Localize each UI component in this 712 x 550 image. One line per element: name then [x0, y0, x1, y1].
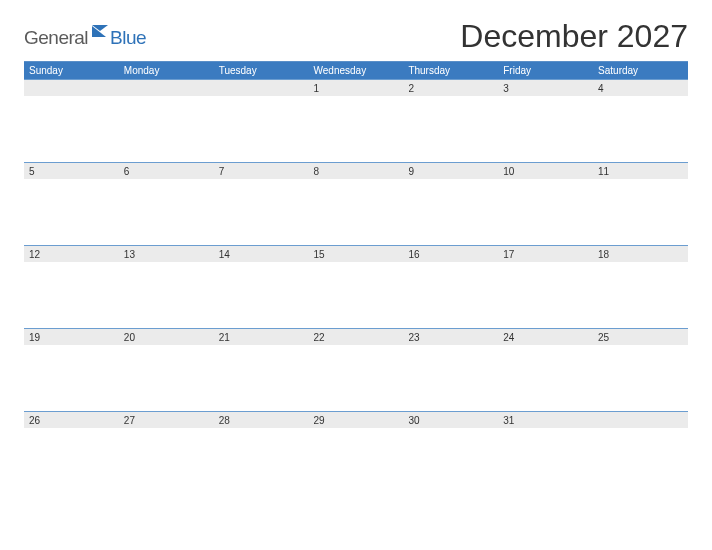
- calendar-cell: 27: [119, 412, 214, 495]
- calendar-cell: 10: [498, 163, 593, 246]
- logo-text-blue: Blue: [110, 27, 146, 49]
- calendar-cell: 3: [498, 80, 593, 163]
- calendar-cell: 20: [119, 329, 214, 412]
- calendar-body: 1 2 3 4 5 6 7 8 9 10 11 12 13 14 15 16 1…: [24, 80, 688, 495]
- calendar-cell: 30: [403, 412, 498, 495]
- calendar-cell: 4: [593, 80, 688, 163]
- day-header: Friday: [498, 62, 593, 80]
- logo: General Blue: [24, 27, 146, 55]
- day-header: Saturday: [593, 62, 688, 80]
- calendar-cell: 15: [309, 246, 404, 329]
- calendar-cell: 17: [498, 246, 593, 329]
- calendar-cell: 29: [309, 412, 404, 495]
- calendar-cell: 6: [119, 163, 214, 246]
- calendar-cell: 14: [214, 246, 309, 329]
- calendar-cell: 31: [498, 412, 593, 495]
- calendar-table: Sunday Monday Tuesday Wednesday Thursday…: [24, 61, 688, 494]
- day-header: Sunday: [24, 62, 119, 80]
- calendar-cell: 28: [214, 412, 309, 495]
- calendar-cell: 18: [593, 246, 688, 329]
- calendar-header-row: Sunday Monday Tuesday Wednesday Thursday…: [24, 62, 688, 80]
- calendar-cell: 21: [214, 329, 309, 412]
- calendar-cell: 9: [403, 163, 498, 246]
- calendar-cell: 19: [24, 329, 119, 412]
- day-header: Tuesday: [214, 62, 309, 80]
- calendar-cell: 23: [403, 329, 498, 412]
- day-header: Thursday: [403, 62, 498, 80]
- calendar-week-row: 12 13 14 15 16 17 18: [24, 246, 688, 329]
- header: General Blue December 2027: [24, 18, 688, 55]
- calendar-week-row: 1 2 3 4: [24, 80, 688, 163]
- calendar-cell: 11: [593, 163, 688, 246]
- calendar-cell: 7: [214, 163, 309, 246]
- calendar-cell: 24: [498, 329, 593, 412]
- calendar-week-row: 19 20 21 22 23 24 25: [24, 329, 688, 412]
- day-header: Wednesday: [309, 62, 404, 80]
- logo-text-general: General: [24, 27, 88, 49]
- calendar-cell: [24, 80, 119, 163]
- page-title: December 2027: [460, 18, 688, 55]
- calendar-cell: 25: [593, 329, 688, 412]
- calendar-cell: 8: [309, 163, 404, 246]
- calendar-week-row: 26 27 28 29 30 31: [24, 412, 688, 495]
- day-header: Monday: [119, 62, 214, 80]
- calendar-cell: 5: [24, 163, 119, 246]
- calendar-cell: 16: [403, 246, 498, 329]
- calendar-cell: 22: [309, 329, 404, 412]
- logo-flag-icon: [92, 23, 108, 41]
- calendar-cell: 13: [119, 246, 214, 329]
- calendar-cell: 12: [24, 246, 119, 329]
- calendar-cell: 2: [403, 80, 498, 163]
- calendar-cell: [119, 80, 214, 163]
- calendar-cell: [593, 412, 688, 495]
- calendar-cell: [214, 80, 309, 163]
- calendar-week-row: 5 6 7 8 9 10 11: [24, 163, 688, 246]
- calendar-cell: 1: [309, 80, 404, 163]
- calendar-cell: 26: [24, 412, 119, 495]
